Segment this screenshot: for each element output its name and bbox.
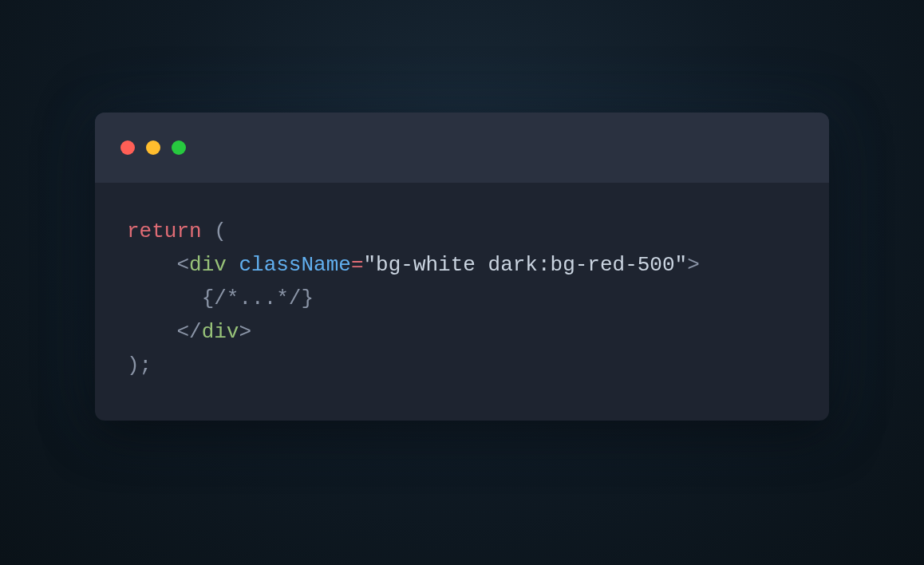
comment-placeholder: /*...*/ [214,286,301,310]
code-window: return ( <div className="bg-white dark:b… [95,113,829,421]
tag-name-div: div [189,253,227,277]
string-quote-close: " [675,253,688,277]
attr-classname: className [239,253,350,277]
code-line-1: return ( [127,219,227,243]
code-line-3: {/*...*/} [127,286,314,310]
maximize-icon[interactable] [172,140,186,155]
close-icon[interactable] [120,140,135,155]
equals-sign: = [351,253,364,277]
closing-tag-lt: < [176,320,189,344]
code-line-2: <div className="bg-white dark:bg-red-500… [127,253,700,277]
jsx-expr-close: } [301,286,314,310]
semicolon: ; [140,354,152,377]
window-titlebar [95,113,829,183]
tag-open-bracket: < [176,253,189,277]
minimize-icon[interactable] [146,140,160,155]
paren-close: ) [127,354,140,377]
jsx-expr-open: { [202,286,215,310]
tag-close-bracket: > [687,253,700,277]
paren-open: ( [214,219,227,243]
closing-tag-gt: > [239,320,251,344]
closing-tag-slash: / [189,320,202,344]
code-block: return ( <div className="bg-white dark:b… [95,183,829,421]
string-value: bg-white dark:bg-red-500 [376,253,674,277]
string-quote-open: " [364,253,377,277]
code-line-5: ); [127,354,152,377]
keyword-return: return [127,219,202,243]
code-line-4: </div> [127,320,251,344]
closing-tag-name: div [202,320,239,344]
